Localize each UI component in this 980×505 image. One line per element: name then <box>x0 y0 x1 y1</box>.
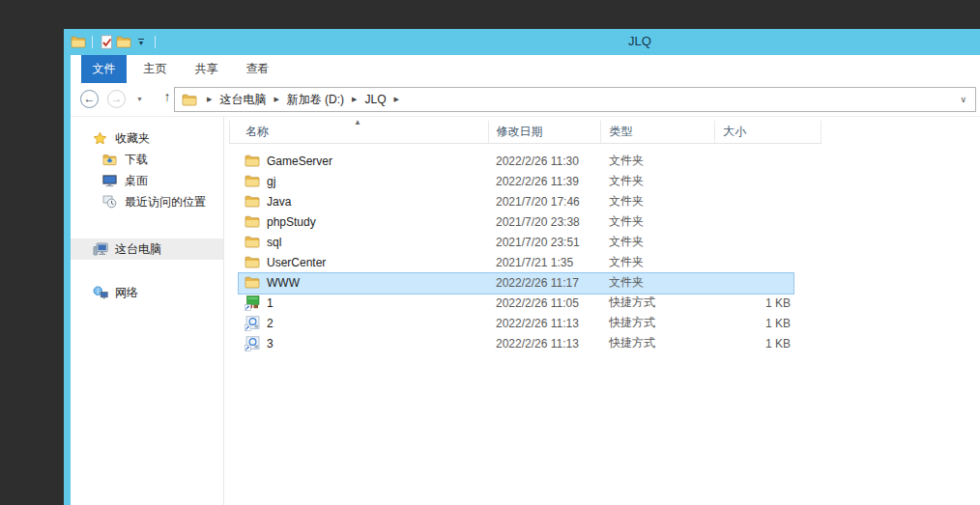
table-row[interactable]: sql 2021/7/20 23:51 文件夹 <box>229 232 821 252</box>
file-list: GameServer 2022/2/26 11:30 文件夹 gj 2022/2… <box>224 151 980 353</box>
file-size <box>715 272 821 293</box>
back-button[interactable]: ← <box>80 90 99 108</box>
table-row[interactable]: UserCenter 2021/7/21 1:35 文件夹 <box>229 252 821 272</box>
column-header-type[interactable]: 类型 <box>601 121 715 143</box>
file-type: 快捷方式 <box>601 313 715 333</box>
tab-share[interactable]: 共享 <box>184 55 229 83</box>
folder-icon <box>245 154 260 167</box>
file-type: 文件夹 <box>601 232 715 252</box>
breadcrumb-this-pc[interactable]: 这台电脑 <box>219 92 266 108</box>
shortcut-icon <box>245 316 260 331</box>
toolbar-separator <box>92 36 93 48</box>
navigation-toolbar: ← → ▼ ↑ ▶ 这台电脑 ▶ 新加卷 (D:) ▶ JLQ ▶ ∨ <box>71 83 980 117</box>
breadcrumb-arrow-icon: ▶ <box>274 96 278 103</box>
customize-qat-dropdown-icon[interactable]: ▼ <box>132 34 150 50</box>
properties-check-icon[interactable] <box>98 34 115 50</box>
file-type: 文件夹 <box>601 252 715 272</box>
column-header-size[interactable]: 大小 <box>715 121 821 143</box>
sidebar-item-label: 网络 <box>115 285 138 301</box>
file-size <box>715 191 821 211</box>
file-type: 文件夹 <box>601 191 715 211</box>
file-size <box>715 151 821 171</box>
file-name: phpStudy <box>267 215 316 229</box>
file-name: Java <box>267 195 291 209</box>
star-icon <box>92 131 108 146</box>
file-modified: 2021/7/21 1:35 <box>488 252 601 272</box>
table-row[interactable]: GameServer 2022/2/26 11:30 文件夹 <box>229 151 821 171</box>
file-name: gj <box>267 175 275 188</box>
table-row[interactable]: 1 2022/2/26 11:05 快捷方式 1 KB <box>229 293 821 313</box>
sidebar-item-network[interactable]: 网络 <box>71 282 223 303</box>
file-modified: 2022/2/26 11:17 <box>488 272 601 293</box>
sidebar-item-recent-places[interactable]: 最近访问的位置 <box>71 191 223 212</box>
forward-button[interactable]: → <box>107 90 126 108</box>
navigation-pane: 收藏夹 下载 <box>71 117 223 505</box>
file-size <box>715 171 821 191</box>
breadcrumb-drive-d[interactable]: 新加卷 (D:) <box>287 92 344 108</box>
toolbar-separator <box>155 36 156 48</box>
file-name: 2 <box>267 317 274 330</box>
folder-icon <box>245 256 260 268</box>
file-name: UserCenter <box>267 256 326 269</box>
table-row[interactable]: Java 2021/7/20 17:46 文件夹 <box>229 191 821 211</box>
file-name: sql <box>267 236 281 249</box>
breadcrumb-arrow-icon: ▶ <box>394 96 399 103</box>
window-title: JLQ <box>628 34 651 48</box>
folder-icon <box>245 236 260 248</box>
quick-access-toolbar: ▼ <box>70 34 160 50</box>
tab-file[interactable]: 文件 <box>81 55 127 83</box>
sidebar-item-label: 下载 <box>125 152 148 168</box>
table-row[interactable]: 3 2022/2/26 11:13 快捷方式 1 KB <box>229 333 821 353</box>
breadcrumb-arrow-icon: ▶ <box>352 96 357 103</box>
folder-icon <box>245 195 260 208</box>
address-bar[interactable]: ▶ 这台电脑 ▶ 新加卷 (D:) ▶ JLQ ▶ ∨ <box>174 87 976 112</box>
sidebar-item-label: 这台电脑 <box>115 241 161 258</box>
sidebar-item-label: 收藏夹 <box>115 130 150 147</box>
file-list-pane: 名称 ▲ 修改日期 类型 大小 GameServer 2022/2/26 11:… <box>224 117 980 505</box>
column-header-modified[interactable]: 修改日期 <box>489 121 602 143</box>
history-dropdown-icon[interactable]: ▼ <box>136 96 143 102</box>
desktop-icon <box>101 175 118 187</box>
file-size: 1 KB <box>715 313 821 333</box>
sidebar-item-desktop[interactable]: 桌面 <box>71 170 223 191</box>
file-type: 文件夹 <box>601 171 715 191</box>
sidebar-item-label: 最近访问的位置 <box>125 194 206 210</box>
file-modified: 2022/2/26 11:39 <box>488 171 601 191</box>
file-type: 文件夹 <box>601 211 715 232</box>
file-type: 文件夹 <box>601 151 715 171</box>
breadcrumb-jlq[interactable]: JLQ <box>365 93 387 106</box>
file-name: WWW <box>267 276 300 290</box>
file-name: GameServer <box>267 154 332 168</box>
file-modified: 2022/2/26 11:05 <box>488 293 601 313</box>
recent-places-icon <box>101 195 118 209</box>
sidebar-item-favorites[interactable]: 收藏夹 <box>71 127 223 149</box>
network-icon <box>92 286 108 299</box>
sort-ascending-icon: ▲ <box>354 118 361 126</box>
new-folder-icon[interactable] <box>115 34 132 50</box>
folder-icon[interactable] <box>70 34 87 50</box>
file-size <box>715 252 821 272</box>
file-modified: 2022/2/26 11:30 <box>488 151 601 171</box>
file-modified: 2021/7/20 23:51 <box>488 232 601 252</box>
sidebar-item-downloads[interactable]: 下载 <box>71 149 223 170</box>
table-row-selected[interactable]: WWW 2022/2/26 11:17 文件夹 <box>229 272 821 293</box>
shortcut-app-icon <box>245 295 260 311</box>
ribbon-tab-bar: 文件 主页 共享 查看 <box>71 55 980 83</box>
folder-icon <box>245 215 260 228</box>
file-name: 3 <box>267 337 274 351</box>
title-bar[interactable]: ▼ JLQ <box>64 29 980 55</box>
file-size <box>715 232 821 252</box>
file-modified: 2021/7/20 17:46 <box>488 191 601 211</box>
table-row[interactable]: 2 2022/2/26 11:13 快捷方式 1 KB <box>229 313 821 333</box>
file-size <box>715 211 821 232</box>
table-row[interactable]: gj 2022/2/26 11:39 文件夹 <box>229 171 821 191</box>
address-dropdown-chevron-icon[interactable]: ∨ <box>960 95 966 104</box>
shortcut-icon <box>245 336 260 351</box>
column-header-name[interactable]: 名称 ▲ <box>230 121 489 143</box>
sidebar-item-this-pc[interactable]: 这台电脑 <box>71 238 223 260</box>
tab-home[interactable]: 主页 <box>132 55 178 83</box>
file-name: 1 <box>267 296 274 310</box>
computer-icon <box>92 242 108 256</box>
table-row[interactable]: phpStudy 2021/7/20 23:38 文件夹 <box>229 211 821 232</box>
tab-view[interactable]: 查看 <box>235 55 280 83</box>
